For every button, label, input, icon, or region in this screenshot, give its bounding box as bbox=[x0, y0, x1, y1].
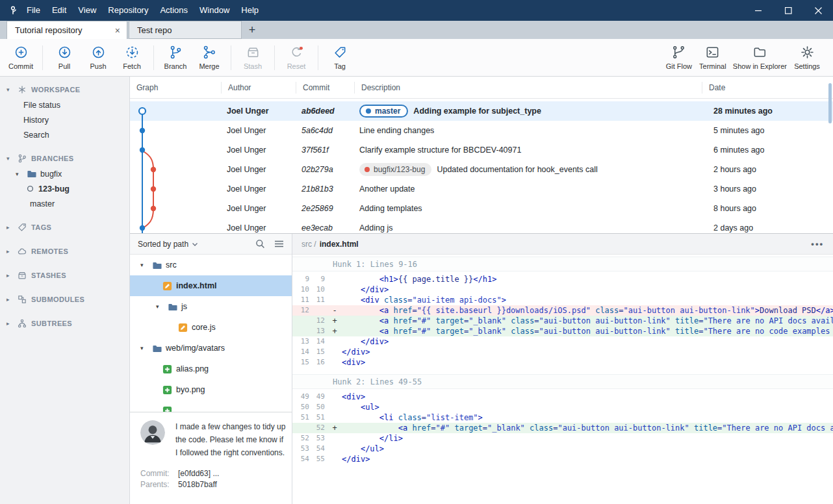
diff-line[interactable]: 15 16 <div> bbox=[292, 357, 833, 368]
column-header-graph[interactable]: Graph bbox=[130, 82, 221, 94]
toolbar-merge-button[interactable]: Merge bbox=[192, 41, 226, 75]
sidebar-item-file-status[interactable]: File status bbox=[0, 97, 129, 112]
diff-line[interactable]: 52 + <a href="#" target="_blank" class="… bbox=[292, 423, 833, 433]
chevron-down-icon[interactable]: ▾ bbox=[6, 155, 13, 162]
new-line-number: 50 bbox=[312, 402, 327, 412]
chevron-down-icon[interactable]: ▾ bbox=[140, 262, 148, 268]
diff-line[interactable]: 13 14 </div> bbox=[292, 336, 833, 347]
column-header-author[interactable]: Author bbox=[221, 82, 296, 94]
repo-tab-test-repo[interactable]: Test repo bbox=[129, 21, 242, 39]
chevron-down-icon[interactable]: ▾ bbox=[156, 303, 164, 310]
toolbar-pull-button[interactable]: Pull bbox=[47, 41, 81, 75]
sidebar-section-submodules: ▸ SUBMODULES bbox=[0, 292, 129, 307]
diff-line[interactable]: 53 54 </ul> bbox=[292, 444, 833, 454]
menu-edit[interactable]: Edit bbox=[46, 0, 72, 21]
diff-line[interactable]: 51 51 <li class="list-item"> bbox=[292, 412, 833, 423]
scrollbar-thumb[interactable] bbox=[828, 83, 832, 123]
sidebar-section-header[interactable]: ▸ SUBMODULES bbox=[0, 292, 129, 307]
file-name: src bbox=[166, 260, 177, 270]
search-icon[interactable] bbox=[255, 239, 265, 249]
old-line-number: 54 bbox=[296, 454, 312, 464]
diff-line[interactable]: 54 55 </div> bbox=[292, 454, 833, 464]
repo-tab-tutorial-repository[interactable]: Tutorial repository × bbox=[6, 21, 127, 39]
commit-row[interactable]: Joel Unger ee3ecab Adding js 2 days ago bbox=[130, 218, 833, 233]
tab-close-icon[interactable]: × bbox=[110, 25, 120, 36]
chevron-right-icon[interactable]: ▸ bbox=[6, 248, 13, 255]
file-tree-item-core-js[interactable]: core.js bbox=[130, 317, 292, 338]
commit-description-cell: Adding templates bbox=[354, 204, 702, 213]
column-header-description[interactable]: Description bbox=[354, 82, 702, 94]
toolbar-push-button[interactable]: Push bbox=[81, 41, 115, 75]
diff-line[interactable]: 49 49 <div> bbox=[292, 392, 833, 402]
commit-row[interactable]: Joel Unger 21b81b3 Another update 3 hour… bbox=[130, 179, 833, 199]
new-tab-button[interactable]: + bbox=[242, 21, 263, 39]
diff-line[interactable]: 50 50 <ul> bbox=[292, 402, 833, 412]
diff-line[interactable]: 52 53 </li> bbox=[292, 433, 833, 444]
chevron-right-icon[interactable]: ▸ bbox=[6, 296, 13, 303]
toolbar-tag-button[interactable]: Tag bbox=[323, 41, 357, 75]
file-tree-item-index-html[interactable]: index.html bbox=[130, 275, 292, 296]
diff-line[interactable]: 14 15 </div> bbox=[292, 347, 833, 357]
chevron-right-icon[interactable]: ▸ bbox=[6, 224, 13, 231]
diff-line[interactable]: 11 11 <div class="aui-item api-docs"> bbox=[292, 295, 833, 305]
file-tree-item-alias-png[interactable]: alias.png bbox=[130, 359, 292, 379]
sidebar-item-123-bug[interactable]: 123-bug bbox=[0, 181, 129, 196]
menu-repository[interactable]: Repository bbox=[102, 0, 154, 21]
menu-view[interactable]: View bbox=[72, 0, 102, 21]
file-tree-item-byo-png[interactable]: byo.png bbox=[130, 379, 292, 400]
branch-badge[interactable]: bugfix/123-bug bbox=[359, 163, 431, 176]
menu-file[interactable]: File bbox=[21, 0, 46, 21]
toolbar-terminal-button[interactable]: Terminal bbox=[696, 41, 730, 75]
sidebar-item-history[interactable]: History bbox=[0, 112, 129, 127]
commit-row[interactable]: Joel Unger 5a6c4dd Line ending changes 5… bbox=[130, 121, 833, 140]
menu-actions[interactable]: Actions bbox=[154, 0, 194, 21]
chevron-right-icon[interactable]: ▸ bbox=[6, 272, 13, 279]
minimize-button[interactable] bbox=[743, 0, 773, 21]
sidebar-section-header[interactable]: ▾ WORKSPACE bbox=[0, 82, 129, 97]
diff-line[interactable]: 12 + <a href="#" target="_blank" class="… bbox=[292, 316, 833, 326]
commit-row[interactable]: Joel Unger 02b279a bugfix/123-bug Update… bbox=[130, 160, 833, 179]
toolbar-reset-button[interactable]: Reset bbox=[279, 41, 313, 75]
sidebar-section-header[interactable]: ▸ TAGS bbox=[0, 220, 129, 235]
toolbar-git-flow-button[interactable]: Git Flow bbox=[662, 41, 696, 75]
file-tree-item-src[interactable]: ▾src bbox=[130, 255, 292, 275]
toolbar-commit-button[interactable]: Commit bbox=[4, 41, 38, 75]
chevron-right-icon[interactable]: ▸ bbox=[6, 320, 13, 327]
toolbar-show-in-explorer-button[interactable]: Show in Explorer bbox=[730, 41, 790, 75]
toolbar-settings-button[interactable]: Settings bbox=[790, 41, 824, 75]
close-button[interactable] bbox=[803, 0, 833, 21]
sidebar-item-master[interactable]: master bbox=[0, 196, 129, 211]
sort-dropdown[interactable]: Sorted by path bbox=[138, 240, 198, 249]
sidebar-section-header[interactable]: ▾ BRANCHES bbox=[0, 151, 129, 166]
sidebar-item-bugfix[interactable]: ▾bugfix bbox=[0, 166, 129, 181]
branch-badge[interactable]: master bbox=[359, 105, 408, 118]
chevron-down-icon[interactable]: ▾ bbox=[6, 86, 13, 93]
diff-line[interactable]: 10 10 </div> bbox=[292, 284, 833, 295]
commit-row[interactable]: Joel Unger ab6deed master Adding example… bbox=[130, 101, 833, 121]
sidebar-section-header[interactable]: ▸ REMOTES bbox=[0, 244, 129, 259]
commit-row[interactable]: Joel Unger 2e25869 Adding templates 8 ho… bbox=[130, 199, 833, 218]
file-tree-item-web-img-avatars[interactable]: ▾web/img/avatars bbox=[130, 338, 292, 359]
sidebar-section-header[interactable]: ▸ SUBTREES bbox=[0, 316, 129, 331]
file-tree-item-js[interactable]: ▾js bbox=[130, 296, 292, 317]
sidebar-section-header[interactable]: ▸ STASHES bbox=[0, 268, 129, 283]
toolbar-branch-button[interactable]: Branch bbox=[159, 41, 192, 75]
file-tree-item-item[interactable] bbox=[130, 400, 292, 412]
more-options-icon[interactable]: ••• bbox=[811, 239, 824, 249]
menu-help[interactable]: Help bbox=[235, 0, 264, 21]
diff-line[interactable]: 13 + <a href="#" target="_blank" class="… bbox=[292, 326, 833, 336]
chevron-down-icon[interactable]: ▾ bbox=[16, 171, 23, 177]
old-line-number: 14 bbox=[296, 347, 312, 357]
diff-line[interactable]: 9 9 <h1>{{ page.title }}</h1> bbox=[292, 274, 833, 284]
diff-line[interactable]: 12 - <a href="{{ site.baseurl }}download… bbox=[292, 305, 833, 316]
commit-row[interactable]: Joel Unger 37f561f Clarify example struc… bbox=[130, 140, 833, 160]
chevron-down-icon[interactable]: ▾ bbox=[140, 345, 148, 351]
toolbar-fetch-button[interactable]: Fetch bbox=[115, 41, 149, 75]
maximize-button[interactable] bbox=[773, 0, 803, 21]
menu-window[interactable]: Window bbox=[194, 0, 235, 21]
toolbar-stash-button[interactable]: Stash bbox=[236, 41, 270, 75]
menu-icon[interactable] bbox=[274, 239, 284, 249]
column-header-date[interactable]: Date bbox=[702, 82, 833, 94]
sidebar-item-search[interactable]: Search bbox=[0, 127, 129, 142]
column-header-commit[interactable]: Commit bbox=[296, 82, 354, 94]
